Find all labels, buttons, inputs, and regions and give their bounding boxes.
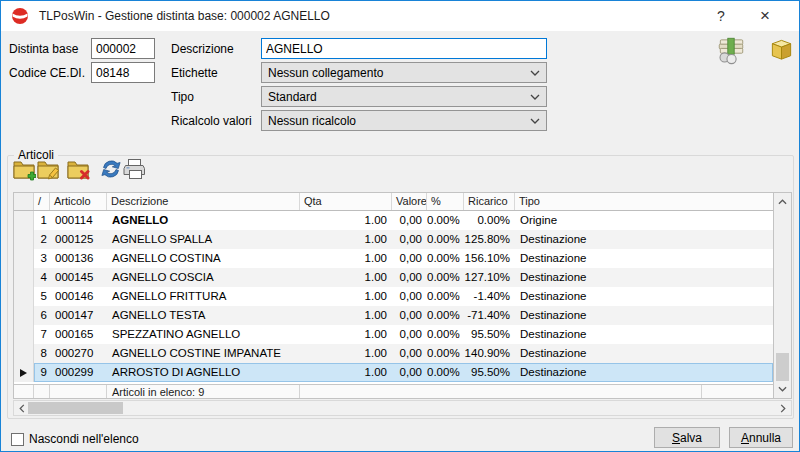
table-row[interactable]: 6000147AGNELLO TESTA1.000,000.00%-71.40%… bbox=[14, 306, 773, 325]
descrizione-input[interactable] bbox=[261, 38, 547, 59]
cell-art: 000125 bbox=[50, 230, 107, 249]
row-marker bbox=[14, 325, 34, 344]
cancel-button[interactable]: Annulla bbox=[729, 427, 793, 448]
cell-ric: 0.00% bbox=[464, 211, 515, 230]
table-row[interactable]: 2000125AGNELLO SPALLA1.000,000.00%125.80… bbox=[14, 230, 773, 249]
column-header-qta[interactable]: Qta bbox=[300, 193, 392, 210]
cell-art: 000145 bbox=[50, 268, 107, 287]
cell-art: 000147 bbox=[50, 306, 107, 325]
cell-ric: 140.90% bbox=[464, 344, 515, 363]
cell-desc: AGNELLO TESTA bbox=[107, 306, 300, 325]
column-header-descrizione[interactable]: Descrizione bbox=[107, 193, 300, 210]
column-header-valore[interactable]: Valore bbox=[392, 193, 427, 210]
row-marker bbox=[14, 230, 34, 249]
cell-art: 000114 bbox=[50, 211, 107, 230]
distinta-base-input[interactable] bbox=[91, 38, 155, 59]
delete-article-button[interactable] bbox=[65, 156, 91, 184]
dialog-body: Distinta base Codice CE.DI. Descrizione … bbox=[1, 31, 799, 451]
ricalcolo-valori-label: Ricalcolo valori bbox=[171, 114, 252, 128]
table-row[interactable]: 7000165SPEZZATINO AGNELLO1.000,000.00%95… bbox=[14, 325, 773, 344]
codice-cedi-input[interactable] bbox=[91, 62, 155, 83]
cell-art: 000165 bbox=[50, 325, 107, 344]
package-icon bbox=[769, 50, 794, 65]
column-header-tipo[interactable]: Tipo bbox=[515, 193, 773, 210]
scroll-right-icon[interactable] bbox=[775, 400, 791, 416]
tipo-select[interactable]: Standard bbox=[261, 86, 547, 107]
row-marker bbox=[14, 363, 34, 382]
cell-val: 0,00 bbox=[392, 268, 427, 287]
help-button[interactable]: ? bbox=[699, 1, 743, 31]
table-row[interactable]: 9000299ARROSTO DI AGNELLO1.000,000.00%95… bbox=[14, 363, 773, 382]
table-row[interactable]: 1000114AGNELLO1.000,000.00%0.00%Origine bbox=[14, 211, 773, 230]
cell-tipo: Destinazione bbox=[515, 363, 773, 382]
cell-pct: 0.00% bbox=[427, 325, 464, 344]
cell-pct: 0.00% bbox=[427, 363, 464, 382]
cell-desc: AGNELLO COSTINE IMPANATE bbox=[107, 344, 300, 363]
close-button[interactable]: × bbox=[743, 1, 787, 31]
print-icon bbox=[122, 169, 146, 184]
table-row[interactable]: 5000146AGNELLO FRITTURA1.000,000.00%-1.4… bbox=[14, 287, 773, 306]
etichette-select[interactable]: Nessun collegamento bbox=[261, 62, 547, 83]
add-article-button[interactable] bbox=[11, 156, 37, 184]
column-header-pct[interactable]: % bbox=[427, 193, 464, 210]
cell-ric: -71.40% bbox=[464, 306, 515, 325]
print-button[interactable] bbox=[121, 156, 147, 184]
cell-desc: SPEZZATINO AGNELLO bbox=[107, 325, 300, 344]
cell-pct: 0.00% bbox=[427, 268, 464, 287]
cell-qta: 1.00 bbox=[300, 287, 392, 306]
ricalcolo-valori-select[interactable]: Nessun ricalcolo bbox=[261, 110, 547, 131]
table-row[interactable]: 3000136AGNELLO COSTINA1.000,000.00%156.1… bbox=[14, 249, 773, 268]
etichette-selected-value: Nessun collegamento bbox=[268, 66, 530, 80]
codice-cedi-label: Codice CE.DI. bbox=[9, 66, 85, 80]
tipo-label: Tipo bbox=[171, 90, 194, 104]
cell-idx: 8 bbox=[34, 344, 50, 363]
etichette-label: Etichette bbox=[171, 66, 218, 80]
tipo-selected-value: Standard bbox=[268, 90, 530, 104]
row-marker bbox=[14, 306, 34, 325]
cell-val: 0,00 bbox=[392, 287, 427, 306]
cell-tipo: Destinazione bbox=[515, 287, 773, 306]
table-row[interactable]: 4000145AGNELLO COSCIA1.000,000.00%127.10… bbox=[14, 268, 773, 287]
cell-qta: 1.00 bbox=[300, 268, 392, 287]
refresh-icon bbox=[99, 169, 123, 184]
package-button[interactable] bbox=[769, 37, 794, 65]
column-header-ricarico[interactable]: Ricarico bbox=[464, 193, 515, 210]
column-header-index[interactable]: / bbox=[34, 193, 50, 210]
cell-qta: 1.00 bbox=[300, 249, 392, 268]
cell-val: 0,00 bbox=[392, 344, 427, 363]
row-marker bbox=[14, 268, 34, 287]
grid-header-row: / Articolo Descrizione Qta Valore % Rica… bbox=[14, 193, 773, 211]
cell-desc: ARROSTO DI AGNELLO bbox=[107, 363, 300, 382]
title-bar: TLPosWin - Gestione distinta base: 00000… bbox=[1, 1, 799, 31]
cell-tipo: Destinazione bbox=[515, 344, 773, 363]
scroll-down-icon[interactable] bbox=[774, 380, 791, 398]
vertical-scrollbar[interactable] bbox=[773, 193, 791, 398]
scroll-up-icon[interactable] bbox=[774, 193, 791, 211]
edit-article-button[interactable] bbox=[35, 156, 61, 184]
articles-grid-content: / Articolo Descrizione Qta Valore % Rica… bbox=[14, 193, 773, 398]
cell-desc: AGNELLO bbox=[107, 211, 300, 230]
cell-ric: 156.10% bbox=[464, 249, 515, 268]
cell-art: 000270 bbox=[50, 344, 107, 363]
column-header-marker[interactable] bbox=[14, 193, 34, 210]
column-header-articolo[interactable]: Articolo bbox=[50, 193, 107, 210]
horizontal-scrollbar-thumb[interactable] bbox=[28, 402, 123, 414]
save-button[interactable]: Salva bbox=[654, 427, 720, 448]
cell-idx: 6 bbox=[34, 306, 50, 325]
app-logo-icon bbox=[11, 7, 29, 25]
cell-tipo: Origine bbox=[515, 211, 773, 230]
cell-qta: 1.00 bbox=[300, 230, 392, 249]
vertical-scrollbar-thumb[interactable] bbox=[776, 353, 789, 381]
cell-val: 0,00 bbox=[392, 363, 427, 382]
money-icon bbox=[715, 53, 747, 68]
articles-toolbar bbox=[11, 156, 147, 184]
cell-art: 000136 bbox=[50, 249, 107, 268]
cell-idx: 5 bbox=[34, 287, 50, 306]
hide-in-list-checkbox[interactable] bbox=[11, 433, 24, 446]
cell-art: 000146 bbox=[50, 287, 107, 306]
edit-article-icon bbox=[36, 169, 60, 184]
money-button[interactable] bbox=[715, 35, 747, 68]
articles-grid: / Articolo Descrizione Qta Valore % Rica… bbox=[13, 192, 792, 399]
horizontal-scrollbar[interactable] bbox=[13, 400, 792, 416]
table-row[interactable]: 8000270AGNELLO COSTINE IMPANATE1.000,000… bbox=[14, 344, 773, 363]
